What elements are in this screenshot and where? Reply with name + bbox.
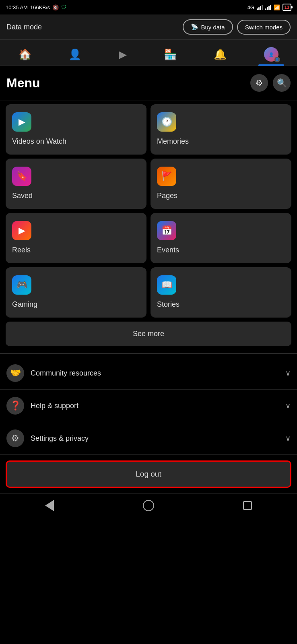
tab-menu[interactable]: 👤 ☰ xyxy=(258,44,284,66)
gear-settings-icon: ⚙ xyxy=(11,433,19,444)
settings-button[interactable]: ⚙ xyxy=(250,74,268,92)
profile-icon: 👤 xyxy=(68,48,81,61)
home-button[interactable] xyxy=(142,500,155,512)
menu-grid: ▶ Videos on Watch 🕐 Memories 🔖 Saved 🚩 P… xyxy=(0,104,297,318)
tab-home[interactable]: 🏠 xyxy=(13,45,37,65)
back-button[interactable] xyxy=(43,500,56,512)
question-icon: ❓ xyxy=(10,400,21,411)
gaming-label: Gaming xyxy=(12,300,140,309)
shield-icon: 🛡 xyxy=(61,4,66,10)
tab-watch[interactable]: ▶ xyxy=(113,45,132,65)
section-divider xyxy=(0,353,297,354)
see-more-button[interactable]: See more xyxy=(6,322,291,346)
reels-icon: ▶ xyxy=(12,221,31,240)
pages-icon: 🚩 xyxy=(157,167,176,186)
menu-action-icons: ⚙ 🔍 xyxy=(250,74,291,92)
nav-tabs: 🏠 👤 ▶ 🏪 🔔 👤 ☰ xyxy=(0,40,297,66)
status-bar: 10:35 AM 166KB/s 🔇 🛡 4G 📶 13 xyxy=(0,0,297,14)
settings-privacy-item[interactable]: ⚙ Settings & privacy ∨ xyxy=(0,422,297,455)
carrier-label: 4G xyxy=(247,4,254,10)
menu-item-events[interactable]: 📅 Events xyxy=(151,213,291,263)
data-mode-bar: Data mode 📡 Buy data Switch modes xyxy=(0,14,297,40)
menu-indicator: ☰ xyxy=(274,57,280,62)
network-speed: 166KB/s xyxy=(30,4,50,10)
home-icon: 🏠 xyxy=(19,48,31,61)
mute-icon: 🔇 xyxy=(52,4,59,10)
logout-container: Log out xyxy=(0,455,297,493)
page-title: Menu xyxy=(6,76,40,91)
videos-on-watch-label: Videos on Watch xyxy=(12,137,140,146)
events-icon: 📅 xyxy=(157,221,176,240)
community-resources-left: 🤝 Community resources xyxy=(6,364,101,382)
stories-label: Stories xyxy=(157,300,285,309)
main-content: Menu ⚙ 🔍 ▶ Videos on Watch 🕐 Memories xyxy=(0,66,297,493)
help-icon: ❓ xyxy=(6,397,24,415)
menu-header: Menu ⚙ 🔍 xyxy=(0,66,297,97)
events-label: Events xyxy=(157,246,285,254)
recents-square-icon xyxy=(243,501,252,510)
menu-item-stories[interactable]: 📖 Stories xyxy=(151,267,291,318)
tab-marketplace[interactable]: 🏪 xyxy=(158,45,182,65)
bottom-bar xyxy=(0,493,297,520)
logout-button[interactable]: Log out xyxy=(6,460,291,488)
gear-icon: ⚙ xyxy=(256,78,263,88)
signal-bars xyxy=(257,4,263,10)
saved-icon: 🔖 xyxy=(12,167,31,186)
data-mode-label: Data mode xyxy=(6,23,42,31)
back-triangle-icon xyxy=(45,500,54,511)
settings-privacy-label: Settings & privacy xyxy=(31,434,89,443)
memories-label: Memories xyxy=(157,137,285,146)
community-resources-item[interactable]: 🤝 Community resources ∨ xyxy=(0,357,297,390)
status-right: 4G 📶 13 xyxy=(247,4,291,11)
wifi-circle-icon: 📡 xyxy=(191,23,198,31)
community-icon: 🤝 xyxy=(6,364,24,382)
search-icon: 🔍 xyxy=(277,78,287,88)
handshake-icon: 🤝 xyxy=(10,368,21,378)
saved-label: Saved xyxy=(12,192,140,200)
pages-label: Pages xyxy=(157,192,285,200)
recents-button[interactable] xyxy=(241,500,254,512)
chevron-down-icon: ∨ xyxy=(285,369,291,378)
community-resources-label: Community resources xyxy=(31,369,101,378)
menu-divider xyxy=(0,101,297,101)
watch-icon: ▶ xyxy=(119,48,127,61)
menu-item-reels[interactable]: ▶ Reels xyxy=(6,213,146,263)
marketplace-icon: 🏪 xyxy=(164,48,177,61)
stories-icon: 📖 xyxy=(157,275,176,295)
tab-profile[interactable]: 👤 xyxy=(63,45,87,65)
switch-modes-button[interactable]: Switch modes xyxy=(237,20,291,35)
signal-bars-2 xyxy=(265,4,271,10)
videos-on-watch-icon: ▶ xyxy=(12,112,31,132)
settings-privacy-icon: ⚙ xyxy=(6,429,24,447)
notifications-icon: 🔔 xyxy=(214,48,227,61)
menu-item-saved[interactable]: 🔖 Saved xyxy=(6,159,146,209)
menu-item-pages[interactable]: 🚩 Pages xyxy=(151,159,291,209)
home-circle-icon xyxy=(143,500,154,511)
reels-label: Reels xyxy=(12,246,140,254)
tab-notifications[interactable]: 🔔 xyxy=(208,45,232,65)
settings-privacy-left: ⚙ Settings & privacy xyxy=(6,429,89,447)
help-support-label: Help & support xyxy=(31,402,78,410)
battery-icon: 13 xyxy=(283,4,291,11)
gaming-icon: 🎮 xyxy=(12,275,31,295)
wifi-icon: 📶 xyxy=(274,4,280,10)
buy-data-button[interactable]: 📡 Buy data xyxy=(183,19,233,35)
avatar: 👤 ☰ xyxy=(264,47,278,62)
search-button[interactable]: 🔍 xyxy=(273,74,291,92)
help-support-item[interactable]: ❓ Help & support ∨ xyxy=(0,390,297,422)
data-mode-buttons: 📡 Buy data Switch modes xyxy=(183,19,291,35)
memories-icon: 🕐 xyxy=(157,112,176,132)
status-left: 10:35 AM 166KB/s 🔇 🛡 xyxy=(6,4,66,10)
chevron-down-icon-2: ∨ xyxy=(285,401,291,410)
help-support-left: ❓ Help & support xyxy=(6,397,78,415)
menu-item-memories[interactable]: 🕐 Memories xyxy=(151,104,291,155)
menu-item-gaming[interactable]: 🎮 Gaming xyxy=(6,267,146,318)
time: 10:35 AM xyxy=(6,4,28,10)
chevron-down-icon-3: ∨ xyxy=(285,434,291,443)
menu-item-videos-on-watch[interactable]: ▶ Videos on Watch xyxy=(6,104,146,155)
